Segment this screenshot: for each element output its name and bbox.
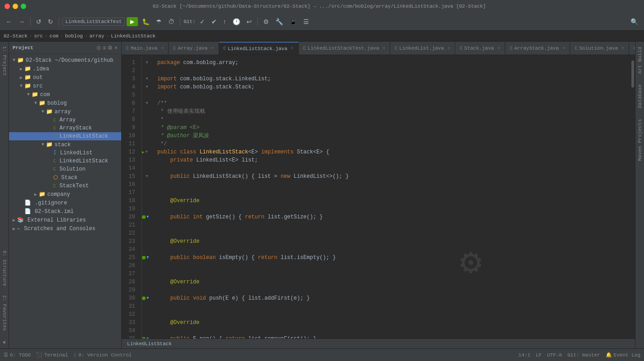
tab-close-ll[interactable]: ×	[448, 46, 450, 51]
breadcrumb-array[interactable]: array	[89, 33, 104, 39]
ext-tools-button[interactable]: 🔧	[273, 17, 285, 27]
device-button[interactable]: 📱	[287, 17, 299, 27]
code-content[interactable]: package com.boblog.array; import com.bob…	[152, 55, 631, 338]
todo-button[interactable]: ☰ 6: TODO	[4, 352, 31, 358]
fold-icon-20[interactable]: ▼	[146, 215, 149, 219]
git-settings-button[interactable]: ⚙	[261, 17, 271, 27]
tab-linked-list-stack-test[interactable]: C LinkedListStackTest.java ×	[299, 42, 390, 55]
fold-icon-6b[interactable]: ▼	[146, 101, 148, 106]
terminal-button[interactable]: ⬛ Terminal	[36, 352, 68, 358]
event-log[interactable]: 🔔 Event Log	[606, 352, 640, 358]
sidebar-item-stack[interactable]: ▼ 📁 stack	[9, 140, 121, 149]
structure-tab[interactable]: 6: Structure	[1, 246, 8, 291]
tab-close-llst[interactable]: ×	[383, 46, 385, 51]
forward-button[interactable]: →	[16, 17, 27, 27]
sidebar-settings-button[interactable]: ⚙	[108, 45, 113, 51]
profile-button[interactable]: ⏱	[166, 17, 177, 27]
maximize-button[interactable]	[21, 4, 26, 9]
tab-main-java[interactable]: C Main.java ×	[122, 42, 169, 55]
tab-linked-list-stack-java[interactable]: C LinkedListStack.java ×	[219, 42, 299, 55]
sidebar-item-LinkedList[interactable]: I LinkedList	[9, 149, 121, 157]
undo-button[interactable]: ↺	[34, 17, 44, 27]
sidebar-close-button[interactable]: ×	[114, 45, 118, 51]
sidebar-item-Stack[interactable]: ⬡ Stack	[9, 173, 121, 182]
fold-icon-3[interactable]: ▼	[146, 77, 148, 81]
favorites-star-icon[interactable]: ★	[0, 335, 9, 348]
sidebar-item-LinkedListStack[interactable]: C LinkedListStack	[9, 132, 121, 140]
back-button[interactable]: ←	[4, 17, 14, 27]
tab-stack-java[interactable]: C Stack.java ×	[455, 42, 505, 55]
git-check-button[interactable]: ✓	[197, 17, 207, 27]
fold-icon-25[interactable]: ▼	[146, 255, 149, 260]
sidebar-item-src[interactable]: ▼ 📁 src	[9, 82, 121, 90]
fold-icon-6[interactable]: ▼	[146, 60, 148, 65]
git-commit-button[interactable]: ✔	[209, 17, 219, 27]
fold-icon-15[interactable]: ▼	[146, 174, 148, 179]
art-build-tab[interactable]: Art Build	[636, 42, 644, 79]
debug-button[interactable]: 🐛	[140, 17, 152, 27]
redo-button[interactable]: ↻	[46, 17, 55, 27]
run-gutter-icon-12[interactable]: ▶	[142, 150, 144, 155]
project-tab[interactable]: 1: Project	[1, 42, 8, 80]
cursor-position[interactable]: 14:1	[518, 352, 530, 358]
sidebar-item-ArrayStack[interactable]: C ArrayStack	[9, 124, 121, 132]
tab-close-sol[interactable]: ×	[621, 46, 624, 51]
run-button[interactable]: ▶	[127, 17, 138, 26]
sidebar-item-StackTest[interactable]: C StackTest	[9, 182, 121, 190]
scrollbar-thumb[interactable]	[631, 60, 634, 88]
breadcrumb-root[interactable]: 02-Stack	[4, 33, 27, 39]
tab-array-java[interactable]: C Array.java ×	[169, 42, 219, 55]
tab-array-stack-java[interactable]: C ArrayStack.java ×	[505, 42, 570, 55]
coverage-button[interactable]: ☂	[154, 17, 164, 27]
maven-projects-tab[interactable]: Maven Projects	[636, 114, 644, 166]
sidebar-item-com[interactable]: ▼ 📁 com	[9, 90, 121, 99]
sidebar-item-external-libraries[interactable]: ▶ 📚 External Libraries	[9, 216, 121, 224]
sidebar-item-iml[interactable]: 📄 02-Stack.iml	[9, 207, 121, 216]
favorites-tab[interactable]: 2: Favorites	[1, 291, 8, 335]
sidebar-item-idea[interactable]: ▶ 📁 .idea	[9, 65, 121, 73]
fold-icon-30[interactable]: ▼	[146, 296, 149, 301]
sidebar-collapse-button[interactable]: ≡	[103, 45, 106, 51]
sidebar-sync-button[interactable]: ⊙	[96, 45, 101, 51]
close-button[interactable]	[5, 4, 10, 9]
tab-close-main[interactable]: ×	[161, 46, 164, 51]
sidebar-item-Array[interactable]: C Array	[9, 116, 121, 124]
line-ending[interactable]: LF	[536, 352, 542, 358]
tab-close-lls[interactable]: ×	[291, 46, 294, 51]
version-control-button[interactable]: ↕ 9: Version Control	[73, 352, 132, 358]
tasks-button[interactable]: ☰	[301, 17, 311, 27]
breadcrumb-boblog[interactable]: boblog	[65, 33, 83, 39]
git-push-button[interactable]: ↑	[221, 17, 228, 27]
encoding[interactable]: UTF-8	[547, 352, 562, 358]
tab-linked-list-java[interactable]: C LinkedList.java ×	[390, 42, 455, 55]
sidebar-item-02-stack[interactable]: ▼ 📁 02-Stack ~/Documents/github	[9, 56, 121, 65]
sidebar-item-scratches[interactable]: ▶ ✏ Scratches and Consoles	[9, 224, 121, 233]
window-controls[interactable]	[5, 4, 26, 9]
sidebar-item-gitignore[interactable]: 📄 .gitignore	[9, 199, 121, 207]
tab-close-stack[interactable]: ×	[498, 46, 500, 51]
search-everywhere-button[interactable]: 🔍	[628, 17, 640, 27]
git-branch[interactable]: Git: master	[567, 352, 600, 358]
sidebar-item-array[interactable]: ▼ 📁 array	[9, 107, 121, 116]
sidebar-item-out[interactable]: ▶ 📁 out	[9, 73, 121, 82]
database-tab[interactable]: Database	[636, 79, 644, 114]
tab-stack-test-java[interactable]: C StackTest.java ×	[629, 42, 635, 55]
breadcrumb-src[interactable]: src	[34, 33, 43, 39]
tab-solution-java[interactable]: C Solution.java ×	[570, 42, 629, 55]
fold-icon-35[interactable]: ▼	[146, 337, 149, 338]
git-rollback-button[interactable]: ↩	[244, 17, 254, 27]
breadcrumb-com[interactable]: com	[50, 33, 59, 39]
tab-close-as[interactable]: ×	[562, 46, 565, 51]
tab-close-array[interactable]: ×	[211, 46, 214, 51]
breadcrumb-file[interactable]: LinkedListStack	[111, 33, 155, 39]
fold-icon-12[interactable]: ▼	[145, 150, 147, 154]
run-config-selector[interactable]: LinkedListStackTest	[62, 18, 125, 26]
git-history-button[interactable]: 🕐	[230, 17, 242, 27]
fold-icon-4[interactable]: ▼	[146, 85, 148, 89]
sidebar-item-company[interactable]: ▶ 📁 company	[9, 190, 121, 199]
minimize-button[interactable]	[13, 4, 18, 9]
code-editor[interactable]: ⚙ 1 2 3 4 5 6 7 8 9 10 11 12 13 14 15 16…	[122, 55, 635, 338]
vertical-scrollbar[interactable]	[631, 55, 635, 338]
sidebar-item-Solution[interactable]: C Solution	[9, 165, 121, 173]
sidebar-item-boblog[interactable]: ▼ 📁 boblog	[9, 99, 121, 107]
